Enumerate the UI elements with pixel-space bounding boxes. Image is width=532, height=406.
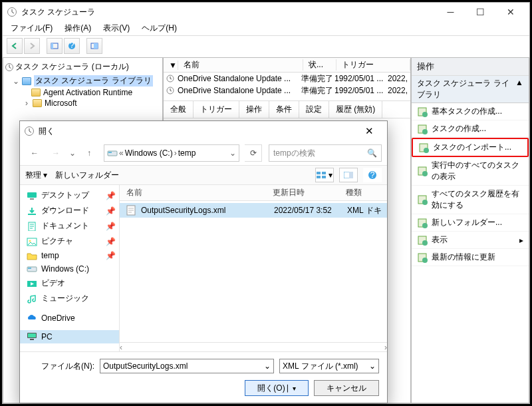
quick-item[interactable]: ミュージック	[20, 291, 119, 306]
clock-icon	[5, 63, 14, 72]
actions-section-header[interactable]: タスク スケジューラ ライブラリ▲	[412, 76, 529, 103]
view-mode-button[interactable]: ▾	[315, 168, 334, 182]
tab-settings[interactable]: 設定	[299, 101, 329, 118]
cancel-button[interactable]: キャンセル	[314, 380, 379, 396]
file-row[interactable]: OutputSecurityLogs.xml 2022/05/17 3:52 X…	[120, 203, 387, 218]
tab-conditions[interactable]: 条件	[269, 101, 299, 118]
action-item[interactable]: 表示▸	[412, 232, 529, 249]
tab-triggers[interactable]: トリガー	[194, 101, 239, 118]
new-folder-icon	[417, 218, 428, 228]
toolbar-extra[interactable]	[86, 38, 102, 54]
tab-history[interactable]: 履歴 (無効)	[329, 101, 382, 118]
toolbar-help[interactable]: ?	[64, 38, 80, 54]
tab-general[interactable]: 全般	[164, 101, 194, 118]
menu-file[interactable]: ファイル(F)	[7, 23, 57, 34]
search-input[interactable]: tempの検索 🔍	[269, 144, 382, 162]
task-list-header[interactable]: ▼ 名前 状... トリガー	[164, 58, 410, 73]
action-item[interactable]: 新しいフォルダー...	[412, 214, 529, 232]
toolbar-show[interactable]	[47, 38, 63, 54]
action-item[interactable]: 実行中のすべてのタスクの表示	[412, 157, 529, 186]
menu-help[interactable]: ヘルプ(H)	[138, 23, 181, 34]
picture-icon	[27, 237, 37, 246]
refresh-button[interactable]: ⟳	[245, 144, 262, 162]
new-folder-button[interactable]: 新しいフォルダー	[55, 170, 119, 181]
toolbar-forward[interactable]	[24, 38, 40, 54]
quick-item[interactable]: temp📌	[20, 249, 119, 262]
svg-rect-32	[322, 176, 326, 178]
quick-onedrive[interactable]: OneDrive	[20, 311, 119, 325]
open-button[interactable]: 開く(O) ▏▾	[245, 380, 309, 396]
maximize-button[interactable]: ☐	[466, 3, 495, 21]
action-item[interactable]: すべてのタスク履歴を有効にする	[412, 186, 529, 214]
folder-icon	[33, 99, 42, 107]
tree-item[interactable]: Microsoft	[45, 99, 77, 108]
tree-library[interactable]: タスク スケジューラ ライブラリ	[34, 75, 153, 87]
quick-item[interactable]: ドキュメント📌	[20, 218, 119, 234]
filename-input[interactable]: OutputSecurityLogs.xml⌄	[100, 359, 274, 373]
task-row[interactable]: OneDrive Standalone Update ... 準備完了 1992…	[164, 85, 410, 97]
nav-forward-button[interactable]: →	[47, 144, 65, 162]
organize-menu[interactable]: 整理 ▾	[25, 170, 47, 181]
quick-item[interactable]: デスクトップ📌	[20, 188, 119, 203]
chevron-down-icon[interactable]: ⌄	[229, 148, 236, 158]
file-type-filter[interactable]: XML ファイル (*.xml)⌄	[279, 359, 379, 373]
open-dialog: 開く ✕ ← → ⌄ ↑ « Windows (C:) › temp ⌄ ⟳ t…	[19, 120, 388, 403]
address-bar[interactable]: « Windows (C:) › temp ⌄	[104, 144, 239, 162]
desktop-icon	[27, 191, 37, 200]
download-icon	[27, 206, 37, 216]
svg-point-25	[422, 258, 428, 263]
pc-icon	[27, 332, 37, 341]
task-import-icon	[418, 142, 429, 153]
task-create-icon	[417, 124, 428, 134]
actions-title: 操作	[412, 58, 529, 76]
dialog-close-button[interactable]: ✕	[355, 122, 383, 140]
svg-point-11	[422, 112, 428, 117]
quick-pc[interactable]: PC	[20, 330, 119, 343]
menu-view[interactable]: 表示(V)	[99, 23, 134, 34]
pin-icon: 📌	[106, 251, 112, 260]
menu-action[interactable]: 操作(A)	[61, 23, 95, 34]
nav-back-button[interactable]: ←	[25, 144, 44, 162]
svg-point-15	[424, 148, 429, 153]
tree-item[interactable]: Agent Activation Runtime	[43, 88, 132, 97]
help-button[interactable]: ?	[363, 168, 382, 182]
tree-root[interactable]: タスク スケジューラ (ローカル)	[15, 61, 129, 73]
pin-icon: 📌	[106, 191, 112, 200]
nav-up-button[interactable]: ↑	[80, 144, 98, 162]
action-item[interactable]: タスクのインポート...	[412, 138, 529, 157]
svg-text:?: ?	[70, 42, 74, 50]
preview-pane-button[interactable]	[339, 168, 358, 182]
pin-icon: 📌	[106, 206, 112, 216]
music-icon	[27, 294, 37, 304]
minimize-button[interactable]: ─	[436, 3, 466, 21]
quick-item[interactable]: ダウンロード📌	[20, 203, 119, 218]
close-button[interactable]: ✕	[495, 3, 525, 21]
view-icon	[417, 235, 428, 246]
task-row[interactable]: OneDrive Standalone Update ... 準備完了 1992…	[164, 73, 410, 85]
svg-rect-37	[27, 192, 37, 198]
pin-icon: 📌	[106, 237, 112, 246]
folder-icon	[22, 77, 31, 85]
clock-icon	[166, 87, 175, 95]
quick-item[interactable]: Windows (C:)	[20, 262, 119, 276]
action-item[interactable]: タスクの作成...	[412, 120, 529, 138]
svg-rect-38	[30, 198, 34, 200]
document-icon	[27, 222, 37, 231]
tree-expander[interactable]: ›	[23, 99, 30, 108]
pin-icon: 📌	[106, 222, 112, 231]
toolbar-back[interactable]	[7, 38, 23, 54]
quick-item[interactable]: ピクチャ📌	[20, 234, 119, 249]
svg-rect-28	[108, 152, 112, 153]
tab-actions[interactable]: 操作	[239, 101, 269, 118]
quick-item[interactable]: ビデオ	[20, 276, 119, 291]
tree-expander[interactable]: ⌄	[13, 77, 19, 86]
action-item[interactable]: 基本タスクの作成...	[412, 103, 529, 120]
dialog-title: 開く	[39, 126, 355, 137]
quick-access-pane[interactable]: デスクトップ📌ダウンロード📌ドキュメント📌ピクチャ📌temp📌Windows (…	[20, 185, 120, 351]
nav-recent-button[interactable]: ⌄	[68, 144, 77, 162]
collapse-icon: ▲	[515, 78, 523, 101]
action-item[interactable]: 最新の情報に更新	[412, 249, 529, 266]
file-list-header[interactable]: 名前 更新日時 種類	[120, 185, 387, 201]
svg-rect-34	[349, 172, 353, 178]
drive-icon	[107, 149, 118, 157]
